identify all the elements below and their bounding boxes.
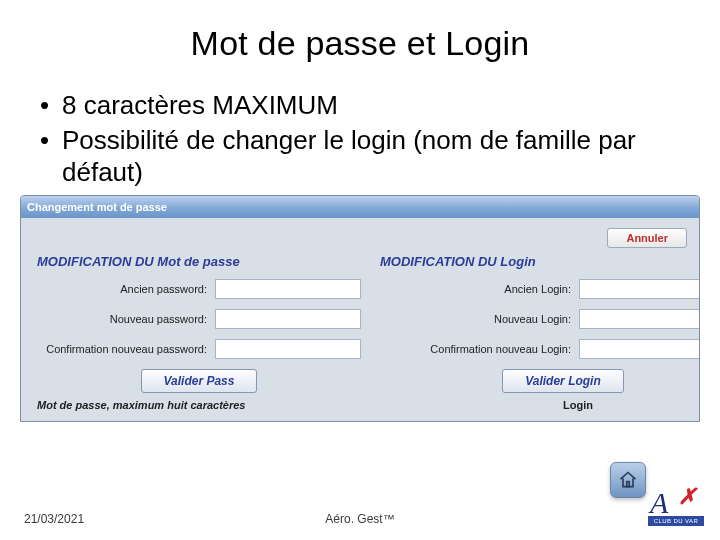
slide-title: Mot de passe et Login: [40, 24, 680, 63]
slide-date: 21/03/2021: [24, 512, 84, 526]
confirm-password-label: Confirmation nouveau password:: [37, 343, 207, 355]
validate-login-button[interactable]: Valider Login: [502, 369, 624, 393]
svg-rect-0: [627, 482, 630, 487]
validate-password-button[interactable]: Valider Pass: [141, 369, 258, 393]
bullet-list: 8 caractères MAXIMUM Possibilité de chan…: [40, 89, 680, 189]
new-login-label: Nouveau Login:: [401, 313, 571, 325]
new-password-label: Nouveau password:: [37, 313, 207, 325]
logo-letter-x: ✗: [678, 484, 696, 510]
new-login-input[interactable]: [579, 309, 700, 329]
old-password-label: Ancien password:: [37, 283, 207, 295]
old-login-label: Ancien Login:: [401, 283, 571, 295]
cancel-button[interactable]: Annuler: [607, 228, 687, 248]
club-logo: A ✗ CLUB DU VAR: [648, 488, 704, 530]
logo-letter-a: A: [650, 486, 668, 520]
old-password-input[interactable]: [215, 279, 361, 299]
old-login-input[interactable]: [579, 279, 700, 299]
slide-footer: Aéro. Gest™: [325, 512, 394, 526]
window-body: Annuler MODIFICATION DU Mot de passe MOD…: [21, 218, 699, 421]
window-titlebar: Changement mot de passe: [21, 196, 699, 218]
password-column: Ancien password: Nouveau password: Confi…: [37, 279, 361, 399]
section-header-login: MODIFICATION DU Login: [380, 254, 683, 269]
section-header-password: MODIFICATION DU Mot de passe: [37, 254, 340, 269]
app-window: Changement mot de passe Annuler MODIFICA…: [20, 195, 700, 422]
login-hint: Login: [315, 399, 683, 411]
confirm-login-input[interactable]: [579, 339, 700, 359]
bullet-item: Possibilité de changer le login (nom de …: [40, 124, 680, 189]
home-icon[interactable]: [610, 462, 646, 498]
password-hint: Mot de passe, maximum huit caractères: [37, 399, 315, 411]
logo-bar: CLUB DU VAR: [648, 516, 704, 526]
confirm-login-label: Confirmation nouveau Login:: [401, 343, 571, 355]
login-column: Ancien Login: Nouveau Login: Confirmatio…: [401, 279, 700, 399]
bullet-item: 8 caractères MAXIMUM: [40, 89, 680, 122]
window-title: Changement mot de passe: [27, 201, 167, 213]
confirm-password-input[interactable]: [215, 339, 361, 359]
new-password-input[interactable]: [215, 309, 361, 329]
